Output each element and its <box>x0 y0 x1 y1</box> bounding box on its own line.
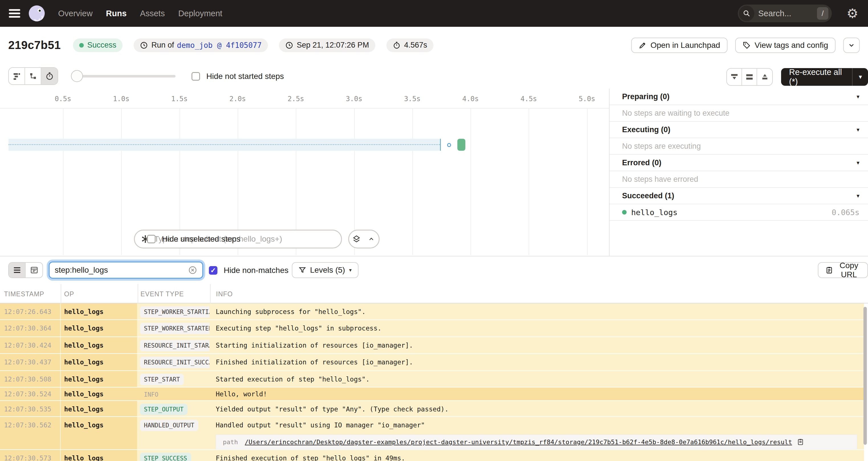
log-row[interactable]: 12:07:26.643 hello_logs STEP_WORKER_STAR… <box>0 303 864 320</box>
log-row[interactable]: 12:07:30.562 hello_logs HANDLED_OUTPUT H… <box>0 417 864 450</box>
duration-tag: 4.567s <box>386 38 433 52</box>
status-badge: Success <box>73 38 123 52</box>
log-info: Finished initialization of resources [io… <box>210 354 864 370</box>
section-preparing[interactable]: Preparing (0) ▾ <box>610 89 868 105</box>
event-type-chip: RESOURCE_INIT_SUCC… <box>140 357 216 368</box>
axis-tick-label: 1.5s <box>171 95 188 103</box>
search-input[interactable]: Search... / <box>738 5 832 22</box>
run-header: 219c7b51 Success Run of demo_job @ 4f105… <box>0 27 868 64</box>
log-row[interactable]: 12:07:30.535 hello_logs STEP_OUTPUT Yiel… <box>0 401 864 417</box>
stopwatch-icon <box>393 41 401 49</box>
nav-deployment[interactable]: Deployment <box>178 9 222 18</box>
nav-links: Overview Runs Assets Deployment <box>58 9 222 18</box>
axis-tick-label: 0.5s <box>55 95 71 103</box>
log-filter-input[interactable]: step:hello_logs <box>49 262 203 279</box>
log-scrollbar-thumb[interactable] <box>863 307 867 445</box>
log-timestamp: 12:07:26.643 <box>0 303 61 319</box>
layers-icon[interactable] <box>349 230 364 248</box>
run-of-tag: Run of demo_job @ 4f105077 <box>134 38 268 52</box>
view-tags-config-button[interactable]: View tags and config <box>735 38 836 53</box>
section-succeeded[interactable]: Succeeded (1) ▾ <box>610 188 868 204</box>
log-info: Started execution of step "hello_logs". <box>210 371 864 387</box>
hide-unselected-checkbox[interactable]: Hide unselected steps <box>147 235 241 244</box>
axis-tick-label: 4.0s <box>462 95 479 103</box>
axis-tick-label: 4.5s <box>520 95 537 103</box>
clock-icon <box>285 41 293 49</box>
hide-not-started-checkbox[interactable]: Hide not started steps <box>191 72 284 81</box>
hide-non-matches-checkbox[interactable]: ✓ Hide non-matches <box>209 266 288 275</box>
log-table-view-button[interactable] <box>9 263 26 278</box>
log-op: hello_logs <box>61 354 137 370</box>
gantt-zoom-slider-handle[interactable] <box>71 70 83 82</box>
copy-url-button[interactable]: Copy URL <box>818 262 868 278</box>
chevron-down-icon[interactable]: ▾ <box>857 159 860 166</box>
log-row[interactable]: 12:07:30.364 hello_logs STEP_WORKER_STAR… <box>0 320 864 337</box>
search-placeholder: Search... <box>758 9 817 18</box>
chevron-up-icon[interactable] <box>364 230 379 248</box>
run-actions-menu-button[interactable] <box>843 38 860 53</box>
section-executing[interactable]: Executing (0) ▾ <box>610 122 868 138</box>
clear-filter-icon[interactable] <box>188 266 197 275</box>
job-link[interactable]: demo_job @ 4f105077 <box>177 41 261 50</box>
chevron-down-icon[interactable]: ▾ <box>857 126 860 133</box>
levels-dropdown[interactable]: Levels (5) ▾ <box>292 262 359 278</box>
output-path-link[interactable]: /Users/erincochran/Desktop/dagster-examp… <box>245 438 792 445</box>
log-info: Executing step "hello_logs" in subproces… <box>210 320 864 337</box>
timestamp-tag: Sep 21, 12:07:26 PM <box>279 38 375 52</box>
chevron-down-icon <box>848 41 855 49</box>
success-dot <box>622 210 627 215</box>
succeeded-step-row[interactable]: hello_logs 0.065s <box>610 204 868 221</box>
checkbox-unchecked[interactable] <box>191 72 200 81</box>
col-event-type: EVENT TYPE <box>141 290 184 298</box>
gear-icon[interactable]: ⚙ <box>847 7 858 20</box>
pencil-icon <box>639 41 647 49</box>
nav-runs[interactable]: Runs <box>106 9 127 18</box>
filter-funnel-icon <box>299 267 306 274</box>
nav-assets[interactable]: Assets <box>140 9 165 18</box>
log-row-user-message[interactable]: 12:07:30.524 hello_logs INFO Hello, worl… <box>0 388 864 401</box>
pane-split-button[interactable] <box>742 69 757 85</box>
gantt-view-mode-group <box>8 67 58 85</box>
nav-overview[interactable]: Overview <box>58 9 93 18</box>
section-errored[interactable]: Errored (0) ▾ <box>610 155 868 171</box>
copy-path-icon[interactable] <box>797 438 804 445</box>
reexecute-caret[interactable]: ▾ <box>852 68 868 86</box>
gantt-flat-view-button[interactable] <box>9 68 25 84</box>
gantt-marker-circle <box>447 143 451 147</box>
checkbox-checked[interactable]: ✓ <box>209 266 217 275</box>
event-type-chip: STEP_SUCCESS <box>140 453 191 461</box>
col-info: INFO <box>216 290 233 298</box>
event-level-label: INFO <box>140 390 158 398</box>
gantt-waterfall-view-button[interactable] <box>25 68 41 84</box>
dagster-logo[interactable] <box>29 5 45 21</box>
log-row[interactable]: 12:07:30.437 hello_logs RESOURCE_INIT_SU… <box>0 354 864 371</box>
search-shortcut-badge: / <box>817 7 828 20</box>
log-row[interactable]: 12:07:30.508 hello_logs STEP_START Start… <box>0 371 864 388</box>
path-label: path <box>216 438 245 445</box>
gantt-timed-view-button[interactable] <box>41 68 58 84</box>
log-raw-view-button[interactable] <box>26 263 42 278</box>
log-timestamp: 12:07:30.437 <box>0 354 61 370</box>
chevron-down-icon: ▾ <box>349 267 352 273</box>
section-preparing-empty: No steps are waiting to execute <box>610 105 868 122</box>
pane-top-button[interactable] <box>757 69 772 85</box>
step-subset-bar: Type a step subset (ex: hello_logs+) Hid… <box>134 229 379 248</box>
col-timestamp: TIMESTAMP <box>4 290 44 298</box>
gantt-zoom-slider-track[interactable] <box>73 75 176 78</box>
pane-bottom-button[interactable] <box>727 69 742 85</box>
log-row[interactable]: 12:07:30.573 hello_logs STEP_SUCCESS Fin… <box>0 450 864 461</box>
hamburger-menu-icon[interactable] <box>9 9 20 18</box>
event-type-chip: STEP_WORKER_STARTI… <box>140 306 216 318</box>
gantt-waiting-band <box>8 139 441 151</box>
log-section: step:hello_logs ✓ Hide non-matches Level… <box>0 256 868 461</box>
checkbox-unchecked[interactable] <box>147 235 156 243</box>
log-info: Launching subprocess for "hello_logs". <box>210 303 864 319</box>
chevron-down-icon[interactable]: ▾ <box>857 192 860 199</box>
axis-tick-label: 5.0s <box>579 95 595 103</box>
chevron-down-icon[interactable]: ▾ <box>857 93 860 100</box>
log-row[interactable]: 12:07:30.424 hello_logs RESOURCE_INIT_ST… <box>0 337 864 354</box>
log-op: hello_logs <box>61 401 137 416</box>
open-launchpad-button[interactable]: Open in Launchpad <box>631 38 727 53</box>
gantt-step-bar-hello-logs[interactable] <box>457 139 465 151</box>
reexecute-all-button[interactable]: Re-execute all (*) ▾ <box>781 68 868 86</box>
